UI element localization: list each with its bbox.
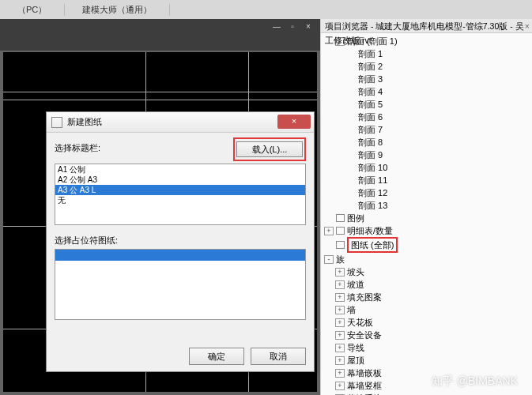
expand-icon[interactable]: + bbox=[335, 280, 345, 289]
expand-icon[interactable]: + bbox=[335, 293, 345, 302]
load-highlight: 载入(L)... bbox=[233, 137, 306, 161]
tree-node[interactable]: 剖面 11 bbox=[321, 174, 532, 186]
dialog-titlebar[interactable]: 新建图纸 × bbox=[47, 112, 314, 133]
tree-node-highlighted[interactable]: 图纸 (全部) bbox=[321, 237, 532, 253]
tree-node[interactable]: +幕墙系统 bbox=[321, 392, 532, 395]
panel-titlebar[interactable]: 项目浏览器 - 城建大厦地库机电模型-管综7.30版 - 吴工修改版.rvt × bbox=[321, 19, 532, 33]
expand-icon[interactable]: + bbox=[335, 356, 345, 365]
expand-icon[interactable]: + bbox=[335, 268, 345, 276]
tree-node[interactable]: +坡道 bbox=[321, 278, 532, 291]
dialog-close-button[interactable]: × bbox=[277, 115, 311, 129]
maximize-icon[interactable]: ▫ bbox=[287, 22, 298, 30]
tree-node[interactable]: 剖面 6 bbox=[321, 111, 532, 123]
expand-icon[interactable]: + bbox=[324, 227, 334, 235]
tree-node[interactable]: 剖面 5 bbox=[321, 98, 532, 111]
tree-node[interactable]: 图例 bbox=[321, 212, 532, 224]
tree-node[interactable]: +明细表/数量 bbox=[321, 224, 532, 237]
tree-node[interactable]: 剖面 4 bbox=[321, 85, 532, 98]
model-viewport: — ▫ × 新建图纸 × 选择标题栏: 载入(L)... bbox=[0, 19, 320, 395]
tree-node[interactable]: -族 bbox=[321, 253, 532, 265]
tree-node[interactable]: 剖面 10 bbox=[321, 161, 532, 174]
tree-node[interactable]: 剖面 9 bbox=[321, 149, 532, 161]
expand-icon[interactable]: + bbox=[335, 344, 345, 352]
tree-node[interactable]: 剖面 8 bbox=[321, 136, 532, 149]
tree-node[interactable]: +安全设备 bbox=[321, 329, 532, 341]
tree-node[interactable]: +坡头 bbox=[321, 265, 532, 278]
tree-node[interactable]: 剖面 3 bbox=[321, 73, 532, 85]
placeholder-listbox[interactable] bbox=[55, 249, 306, 320]
tree-node[interactable]: +天花板 bbox=[321, 316, 532, 329]
new-sheet-dialog: 新建图纸 × 选择标题栏: 载入(L)... A1 公制 A2 公制 A3 A3… bbox=[46, 111, 315, 372]
project-browser-panel: 项目浏览器 - 城建大厦地库机电模型-管综7.30版 - 吴工修改版.rvt ×… bbox=[320, 19, 532, 395]
close-icon[interactable]: × bbox=[303, 22, 314, 30]
list-item[interactable]: 无 bbox=[55, 195, 305, 205]
tree-node[interactable]: 剖面 1 bbox=[321, 47, 532, 60]
expand-icon[interactable]: - bbox=[324, 255, 334, 264]
node-icon bbox=[336, 214, 345, 222]
panel-close-icon[interactable]: × bbox=[525, 19, 530, 33]
watermark: 知乎 @BIMBANK bbox=[432, 374, 518, 389]
tree-node[interactable]: 剖面 7 bbox=[321, 123, 532, 136]
cancel-button[interactable]: 取消 bbox=[251, 348, 306, 365]
node-icon bbox=[336, 241, 345, 249]
expand-icon[interactable]: + bbox=[335, 382, 345, 390]
project-tree[interactable]: -剖面 (剖面 1)剖面 1剖面 2剖面 3剖面 4剖面 5剖面 6剖面 7剖面… bbox=[321, 33, 532, 395]
list-item-selected[interactable] bbox=[55, 250, 305, 261]
tree-node[interactable]: +墙 bbox=[321, 303, 532, 316]
ok-button[interactable]: 确定 bbox=[189, 348, 244, 365]
title-block-label: 选择标题栏: bbox=[55, 142, 100, 154]
minimize-icon[interactable]: — bbox=[271, 22, 282, 30]
tree-node[interactable]: 剖面 13 bbox=[321, 199, 532, 212]
tree-node[interactable]: 剖面 12 bbox=[321, 186, 532, 199]
placeholder-label: 选择占位符图纸: bbox=[55, 235, 306, 246]
tree-node[interactable]: 剖面 2 bbox=[321, 60, 532, 73]
expand-icon[interactable]: + bbox=[335, 331, 345, 340]
load-button[interactable]: 载入(L)... bbox=[236, 141, 303, 157]
list-item[interactable]: A2 公制 A3 bbox=[55, 175, 305, 185]
list-item-selected[interactable]: A3 公 A3 L bbox=[55, 185, 305, 195]
list-item[interactable]: A1 公制 bbox=[55, 164, 305, 175]
titleblock-listbox[interactable]: A1 公制 A2 公制 A3 A3 公 A3 L 无 bbox=[55, 164, 306, 225]
expand-icon[interactable]: + bbox=[335, 369, 345, 378]
tree-node[interactable]: +填充图案 bbox=[321, 291, 532, 303]
top-pc[interactable]: （PC） bbox=[0, 4, 65, 16]
tree-node[interactable]: +导线 bbox=[321, 341, 532, 354]
node-icon bbox=[336, 227, 345, 235]
expand-icon[interactable]: + bbox=[335, 318, 345, 327]
top-master[interactable]: 建模大师（通用） bbox=[65, 4, 170, 16]
dialog-title-text: 新建图纸 bbox=[67, 116, 102, 128]
expand-icon[interactable]: + bbox=[335, 306, 345, 314]
dialog-icon bbox=[51, 117, 62, 128]
tree-node[interactable]: +屋顶 bbox=[321, 354, 532, 367]
